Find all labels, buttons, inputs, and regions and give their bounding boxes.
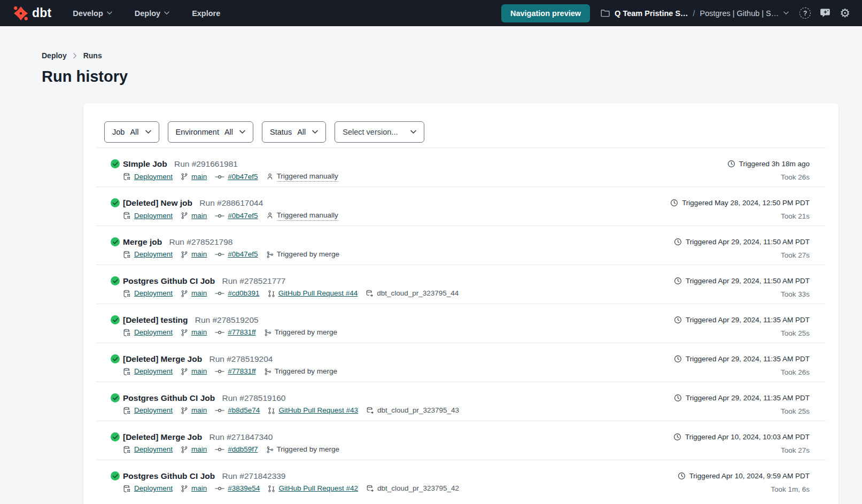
git-commit-icon (215, 447, 224, 452)
environment-link[interactable]: Deployment (134, 289, 173, 298)
pull-request-link[interactable]: GitHub Pull Request #42 (278, 484, 358, 493)
pull-request-link[interactable]: GitHub Pull Request #43 (278, 406, 358, 415)
git-branch-icon (181, 407, 188, 415)
branch-link[interactable]: main (191, 367, 207, 376)
run-row[interactable]: Merge job Run #278521798 Deployme (96, 226, 826, 265)
project-selector[interactable]: Q Team Pristine S… / Postgres | Github |… (601, 9, 789, 18)
git-branch-icon (181, 251, 188, 259)
run-row[interactable]: Postgres Github CI Job Run #278521777 (96, 265, 826, 304)
person-icon (266, 212, 274, 220)
chevron-down-icon (410, 130, 416, 134)
triggered-text: Triggered 3h 18m ago (739, 159, 810, 169)
environment-link[interactable]: Deployment (134, 445, 173, 454)
branch-link[interactable]: main (191, 250, 207, 259)
environment-meta: Deployment (123, 289, 173, 298)
run-number: Run #278519205 (195, 315, 259, 324)
branch-link[interactable]: main (191, 211, 207, 221)
run-job-name: Merge job (123, 237, 162, 246)
run-row[interactable]: [Deleted] Merge Job Run #271847340 (96, 421, 826, 460)
branch-link[interactable]: main (191, 172, 207, 182)
breadcrumb-runs[interactable]: Runs (83, 51, 102, 60)
run-number: Run #278519204 (209, 354, 273, 363)
git-branch-icon (181, 329, 188, 337)
run-status-success-icon (111, 276, 120, 285)
git-branch-icon (181, 290, 188, 298)
commit-link[interactable]: #0b47ef5 (228, 250, 258, 259)
run-row[interactable]: SImple Job Run #291661981 Deploym (96, 148, 826, 187)
run-title: Merge job Run #278521798 (123, 237, 339, 247)
run-row[interactable]: Postgres Github CI Job Run #271842339 (96, 460, 826, 499)
environment-icon (123, 251, 131, 259)
run-triggered-time: Triggered 3h 18m ago (727, 159, 810, 169)
clock-icon (674, 394, 682, 402)
help-icon[interactable]: ? (799, 7, 811, 19)
environment-filter[interactable]: Environment All (168, 121, 254, 143)
run-job-name: Postgres Github CI Job (123, 471, 215, 480)
commit-link[interactable]: #b8d5e74 (228, 406, 260, 415)
git-commit-icon (215, 213, 224, 219)
dbt-logo-text: dbt (32, 6, 51, 20)
trigger-manual-meta: Triggered manually (266, 172, 338, 182)
environment-link[interactable]: Deployment (134, 484, 173, 493)
feedback-icon[interactable] (820, 8, 830, 18)
menu-explore[interactable]: Explore (192, 9, 220, 18)
clock-icon (674, 277, 682, 285)
clock-icon (674, 316, 682, 324)
commit-link[interactable]: #0b47ef5 (228, 172, 258, 182)
folder-icon (601, 9, 610, 17)
run-job-name: Postgres Github CI Job (123, 276, 215, 285)
commit-link[interactable]: #0b47ef5 (228, 211, 258, 221)
environment-link[interactable]: Deployment (134, 328, 173, 337)
navigation-preview-button[interactable]: Navigation preview (501, 4, 590, 22)
menu-develop[interactable]: Develop (73, 9, 112, 18)
run-row[interactable]: [Deleted] New job Run #288617044 (96, 187, 826, 226)
version-filter[interactable]: Select version... (335, 121, 424, 143)
run-row[interactable]: Postgres Github CI Job Run #278519160 (96, 382, 826, 421)
trigger-label[interactable]: Triggered manually (277, 211, 338, 221)
branch-link[interactable]: main (191, 445, 207, 454)
commit-meta: #0b47ef5 (215, 250, 258, 259)
menu-deploy[interactable]: Deploy (135, 9, 169, 18)
dbt-logo[interactable]: dbt (13, 5, 51, 21)
commit-meta: #b8d5e74 (215, 406, 260, 415)
environment-link[interactable]: Deployment (134, 172, 173, 182)
breadcrumb-deploy[interactable]: Deploy (42, 51, 67, 60)
pull-request-meta: GitHub Pull Request #44 (268, 289, 358, 298)
git-branch-icon (181, 212, 188, 220)
gear-icon[interactable]: ⚙ (840, 7, 850, 19)
job-filter[interactable]: Job All (104, 121, 159, 143)
schema-name: dbt_cloud_pr_323795_42 (377, 484, 459, 493)
trigger-label[interactable]: Triggered manually (277, 172, 338, 182)
commit-link[interactable]: #cd0b391 (228, 289, 259, 298)
commit-link[interactable]: #77831ff (228, 328, 255, 337)
commit-link[interactable]: #3839e54 (228, 484, 260, 493)
schema-name: dbt_cloud_pr_323795_43 (377, 406, 459, 415)
run-row[interactable]: [Deleted] Merge Job Run #278519204 (96, 343, 826, 382)
branch-link[interactable]: main (191, 406, 207, 415)
branch-link[interactable]: main (191, 328, 207, 337)
commit-meta: #0b47ef5 (215, 172, 258, 182)
branch-link[interactable]: main (191, 484, 207, 493)
commit-link[interactable]: #ddb59f7 (228, 445, 258, 454)
environment-link[interactable]: Deployment (134, 406, 173, 415)
git-branch-icon (181, 446, 188, 454)
environment-link[interactable]: Deployment (134, 367, 173, 376)
commit-meta: #cd0b391 (215, 289, 259, 298)
schema-database-icon (366, 290, 374, 298)
commit-link[interactable]: #77831ff (228, 367, 255, 376)
branch-link[interactable]: main (191, 289, 207, 298)
pull-request-link[interactable]: GitHub Pull Request #44 (278, 289, 358, 298)
run-title: SImple Job Run #291661981 (123, 159, 338, 169)
environment-filter-label: Environment (176, 128, 219, 136)
commit-meta: #ddb59f7 (215, 445, 258, 454)
chevron-down-icon (164, 11, 169, 15)
run-duration: Took 21s (670, 212, 810, 220)
page-title: Run history (42, 68, 862, 86)
environment-meta: Deployment (123, 406, 173, 415)
environment-link[interactable]: Deployment (134, 250, 173, 259)
status-filter[interactable]: Status All (262, 121, 326, 143)
run-row[interactable]: [Deleted] testing Run #278519205 (96, 304, 826, 343)
environment-link[interactable]: Deployment (134, 211, 173, 221)
run-number: Run #278519160 (222, 393, 286, 402)
run-job-name: SImple Job (123, 159, 167, 168)
